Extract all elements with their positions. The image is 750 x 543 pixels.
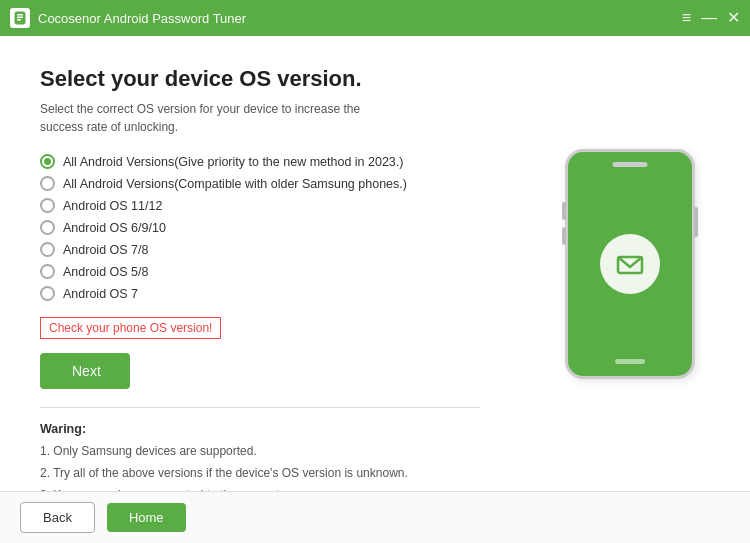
- phone-button-left-top: [562, 202, 566, 220]
- svg-rect-3: [17, 19, 21, 21]
- page-subtext: Select the correct OS version for your d…: [40, 100, 380, 136]
- radio-item-2[interactable]: Android OS 11/12: [40, 198, 480, 213]
- radio-item-0[interactable]: All Android Versions(Give priority to th…: [40, 154, 480, 169]
- radio-circle-2: [40, 198, 55, 213]
- page-title: Select your device OS version.: [40, 66, 480, 92]
- home-button[interactable]: Home: [107, 503, 186, 532]
- radio-label-5: Android OS 5/8: [63, 265, 148, 279]
- phone-button-left-bottom: [562, 227, 566, 245]
- radio-label-3: Android OS 6/9/10: [63, 221, 166, 235]
- phone-notch-top: [613, 162, 648, 167]
- phone-button-right: [694, 207, 698, 237]
- radio-label-2: Android OS 11/12: [63, 199, 162, 213]
- radio-group: All Android Versions(Give priority to th…: [40, 154, 480, 301]
- phone-center-icon: [614, 248, 646, 280]
- radio-label-4: Android OS 7/8: [63, 243, 148, 257]
- main-content: Select your device OS version. Select th…: [0, 36, 750, 543]
- phone-notch-bottom: [615, 359, 645, 364]
- svg-rect-1: [17, 14, 23, 16]
- check-os-link[interactable]: Check your phone OS version!: [40, 317, 221, 339]
- back-button[interactable]: Back: [20, 502, 95, 533]
- radio-item-6[interactable]: Android OS 7: [40, 286, 480, 301]
- radio-item-3[interactable]: Android OS 6/9/10: [40, 220, 480, 235]
- divider: [40, 407, 480, 408]
- warning-item-0: 1. Only Samsung devices are supported.: [40, 442, 480, 460]
- window-controls: ≡ — ✕: [682, 10, 740, 26]
- close-icon[interactable]: ✕: [727, 10, 740, 26]
- footer: Back Home: [0, 491, 750, 543]
- left-panel: Select your device OS version. Select th…: [0, 36, 510, 543]
- phone-icon-circle: [600, 234, 660, 294]
- warning-title: Waring:: [40, 422, 480, 436]
- radio-circle-4: [40, 242, 55, 257]
- phone-body: [565, 149, 695, 379]
- right-panel: [510, 36, 750, 543]
- radio-label-6: Android OS 7: [63, 287, 138, 301]
- app-title: Cocosenor Android Password Tuner: [38, 11, 682, 26]
- radio-label-1: All Android Versions(Compatible with old…: [63, 177, 407, 191]
- minimize-icon[interactable]: —: [701, 10, 717, 26]
- radio-circle-5: [40, 264, 55, 279]
- radio-circle-1: [40, 176, 55, 191]
- radio-item-1[interactable]: All Android Versions(Compatible with old…: [40, 176, 480, 191]
- phone-illustration: [565, 149, 695, 379]
- menu-icon[interactable]: ≡: [682, 10, 691, 26]
- radio-item-5[interactable]: Android OS 5/8: [40, 264, 480, 279]
- radio-circle-0: [40, 154, 55, 169]
- radio-item-4[interactable]: Android OS 7/8: [40, 242, 480, 257]
- warning-item-1: 2. Try all of the above versions if the …: [40, 464, 480, 482]
- title-bar: Cocosenor Android Password Tuner ≡ — ✕: [0, 0, 750, 36]
- app-icon: [10, 8, 30, 28]
- radio-circle-6: [40, 286, 55, 301]
- next-button[interactable]: Next: [40, 353, 130, 389]
- radio-label-0: All Android Versions(Give priority to th…: [63, 155, 403, 169]
- svg-rect-2: [17, 17, 23, 19]
- radio-circle-3: [40, 220, 55, 235]
